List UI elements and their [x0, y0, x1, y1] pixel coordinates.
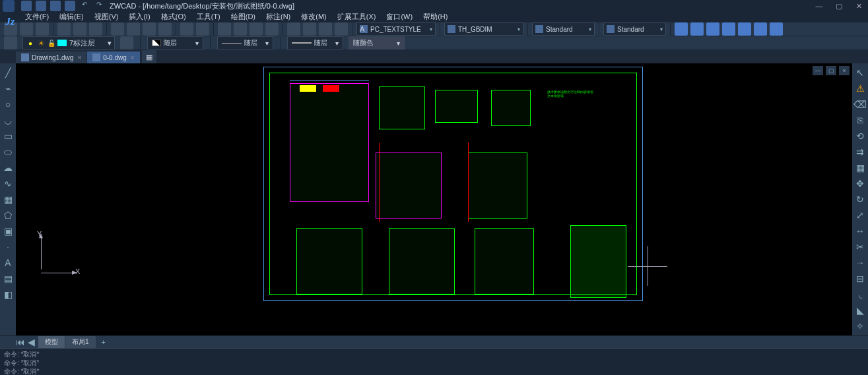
- menu-format[interactable]: 格式(O): [156, 12, 191, 22]
- menu-insert[interactable]: 插入(I): [123, 12, 155, 22]
- calc-icon[interactable]: [335, 22, 348, 36]
- qat-save-icon[interactable]: [50, 1, 61, 11]
- extend-tool-icon[interactable]: →: [853, 256, 867, 269]
- arc-tool-icon[interactable]: ◡: [1, 114, 15, 127]
- rotate-tool-icon[interactable]: ↻: [853, 193, 867, 206]
- menu-window[interactable]: 窗口(W): [381, 12, 418, 22]
- app-brand-icon[interactable]: Jz: [5, 16, 15, 28]
- block-tool-icon[interactable]: ▣: [1, 224, 15, 238]
- ellipse-tool-icon[interactable]: ⬭: [1, 145, 15, 158]
- minimize-button[interactable]: —: [813, 1, 826, 11]
- cut-icon[interactable]: [111, 22, 124, 36]
- cursor-tool-icon[interactable]: ↖: [853, 66, 867, 79]
- save-icon[interactable]: [36, 22, 49, 36]
- point-tool-icon[interactable]: ·: [1, 240, 15, 254]
- match-icon[interactable]: [158, 22, 172, 36]
- spline-tool-icon[interactable]: ∿: [1, 177, 15, 190]
- app-icon[interactable]: [738, 22, 751, 36]
- chamfer-tool-icon[interactable]: ◣: [853, 304, 867, 317]
- qat-saveas-icon[interactable]: [65, 1, 75, 11]
- menu-dim[interactable]: 标注(N): [261, 12, 296, 22]
- offset-tool-icon[interactable]: ⇉: [853, 145, 867, 158]
- fillet-tool-icon[interactable]: ◟: [853, 288, 867, 301]
- plotstyle-dropdown[interactable]: 随颜色 ▾: [349, 36, 405, 50]
- menu-tools[interactable]: 工具(T): [191, 12, 226, 22]
- zoom-prev-icon[interactable]: [265, 22, 279, 36]
- copy-icon[interactable]: [127, 22, 140, 36]
- close-button[interactable]: ✕: [852, 1, 865, 11]
- zoom-icon[interactable]: [234, 22, 247, 36]
- tab-close-icon[interactable]: ×: [77, 54, 81, 61]
- layer-prev-icon[interactable]: [120, 36, 133, 50]
- tablestyle-dropdown[interactable]: Standard ▾: [532, 22, 595, 36]
- print-icon[interactable]: [57, 22, 71, 36]
- open-icon[interactable]: [20, 22, 33, 36]
- publish-icon[interactable]: [89, 22, 102, 36]
- warn-tool-icon[interactable]: ⚠: [853, 82, 867, 95]
- help-icon[interactable]: [675, 22, 688, 36]
- tab-drawing1[interactable]: Drawing1.dwg ×: [16, 51, 86, 63]
- hatch-tool-icon[interactable]: ▦: [1, 193, 15, 206]
- viewport-max-icon[interactable]: ▢: [826, 66, 836, 75]
- pan-icon[interactable]: [218, 22, 231, 36]
- menu-edit[interactable]: 编辑(E): [54, 12, 89, 22]
- layer-manager-icon[interactable]: [4, 36, 17, 50]
- layout-prev-icon[interactable]: ◀: [26, 337, 36, 347]
- menu-view[interactable]: 视图(V): [89, 12, 124, 22]
- circle-tool-icon[interactable]: ○: [1, 98, 15, 111]
- drawing-canvas[interactable]: — ▢ × 技术要求说明文字注释内容绿色文本块区域: [16, 63, 852, 335]
- explode-tool-icon[interactable]: ✧: [853, 320, 867, 333]
- menu-ext[interactable]: 扩展工具(X): [332, 12, 382, 22]
- color-dropdown[interactable]: 随层 ▾: [147, 36, 203, 50]
- linetype-dropdown[interactable]: 随层 ▾: [217, 36, 273, 50]
- undo-icon[interactable]: [180, 22, 193, 36]
- copy-tool-icon[interactable]: ⎘: [853, 114, 867, 127]
- home-icon[interactable]: [722, 22, 735, 36]
- array-tool-icon[interactable]: ▦: [853, 161, 867, 174]
- maximize-button[interactable]: ▢: [832, 1, 846, 11]
- qat-undo-arrow-icon[interactable]: ↶: [82, 1, 87, 11]
- erase-tool-icon[interactable]: ⌫: [853, 98, 867, 111]
- redo-icon[interactable]: [196, 22, 209, 36]
- trim-tool-icon[interactable]: ✂: [853, 240, 867, 254]
- break-tool-icon[interactable]: ⊟: [853, 272, 867, 285]
- extra2-icon[interactable]: [770, 22, 783, 36]
- polygon-tool-icon[interactable]: ⬠: [1, 209, 15, 222]
- scale-tool-icon[interactable]: ⤢: [853, 209, 867, 222]
- layout-tab-model[interactable]: 模型: [38, 336, 65, 348]
- mirror-tool-icon[interactable]: ⟲: [853, 129, 867, 143]
- dimstyle-dropdown[interactable]: TH_GBDIM ▾: [444, 22, 523, 36]
- viewport-min-icon[interactable]: —: [813, 66, 823, 75]
- new-tab-button[interactable]: ▦: [142, 50, 156, 63]
- tab-close-icon[interactable]: ×: [131, 54, 135, 61]
- stretch-tool-icon[interactable]: ↔: [853, 224, 867, 238]
- extra1-icon[interactable]: [754, 22, 767, 36]
- text-tool-icon[interactable]: A: [1, 256, 15, 269]
- cloud-icon[interactable]: [690, 22, 704, 36]
- qat-open-icon[interactable]: [36, 1, 46, 11]
- line-tool-icon[interactable]: ╱: [1, 66, 15, 79]
- viewport-close-icon[interactable]: ×: [839, 66, 850, 75]
- qat-new-icon[interactable]: [21, 1, 32, 11]
- zoom-win-icon[interactable]: [250, 22, 263, 36]
- textstyle-dropdown[interactable]: A PC_TEXTSTYLE ▾: [356, 22, 436, 36]
- move-tool-icon[interactable]: ✥: [853, 177, 867, 190]
- menu-help[interactable]: 帮助(H): [418, 12, 453, 22]
- rectangle-tool-icon[interactable]: ▭: [1, 129, 15, 143]
- menu-modify[interactable]: 修改(M): [296, 12, 332, 22]
- tab-0-0[interactable]: 0-0.dwg ×: [87, 51, 139, 63]
- update-icon[interactable]: [706, 22, 719, 36]
- layout-first-icon[interactable]: ⏮: [16, 337, 25, 347]
- layout-add-button[interactable]: +: [98, 337, 110, 347]
- properties-icon[interactable]: [287, 22, 300, 36]
- toolpalette-icon[interactable]: [319, 22, 332, 36]
- preview-icon[interactable]: [73, 22, 86, 36]
- paste-icon[interactable]: [143, 22, 156, 36]
- mleaderstyle-dropdown[interactable]: Standard ▾: [603, 22, 666, 36]
- cloud-tool-icon[interactable]: ☁: [1, 161, 15, 174]
- layer-dropdown[interactable]: ● ☀ 🔓 7标注层 ▾: [22, 36, 115, 50]
- region-tool-icon[interactable]: ◧: [1, 288, 15, 301]
- lineweight-dropdown[interactable]: 随层 ▾: [287, 36, 343, 50]
- menu-draw[interactable]: 绘图(D): [226, 12, 261, 22]
- menu-file[interactable]: 文件(F): [20, 12, 54, 22]
